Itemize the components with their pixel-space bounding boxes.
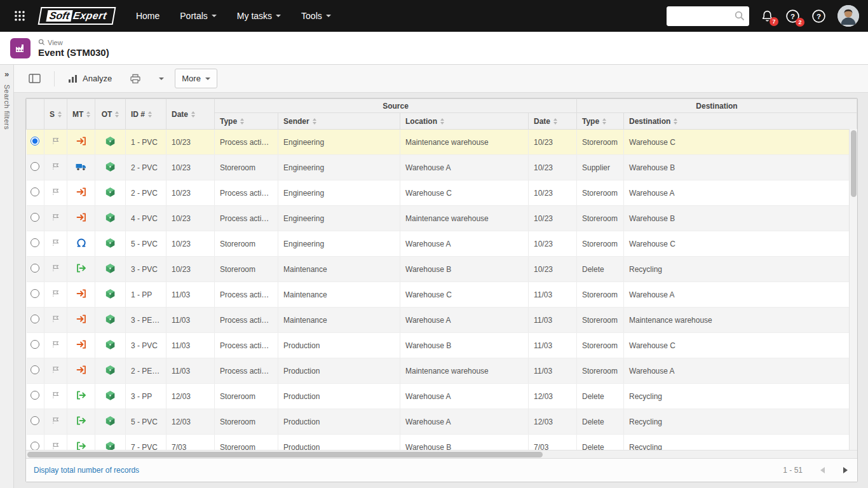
column-header-date[interactable]: Date [166,99,215,130]
destination-date-cell: 10/23 [529,130,577,155]
column-header-ot[interactable]: OT [95,99,126,130]
column-header-destination[interactable]: Destination [624,113,857,130]
radio-cell [27,155,44,180]
table-row[interactable]: 2 - PVC 10/23 Storeroom Engineering Ware… [27,155,857,180]
event-module-icon [10,38,31,58]
more-button[interactable]: More [175,69,217,88]
row-radio[interactable] [31,213,39,222]
material-cube-icon [95,358,126,384]
source-type-cell: Storeroom [215,155,278,180]
radio-column-header [27,99,44,130]
search-filters-panel-toggle[interactable]: » Search filters [0,65,14,488]
destination-date-cell: 11/03 [529,308,577,333]
prev-page-button[interactable] [814,462,831,478]
sender-cell: Production [278,358,400,384]
notifications-bell-icon[interactable]: 7 [761,10,774,23]
table-row[interactable]: 3 - PVC 10/23 Storeroom Maintenance Ware… [27,257,857,282]
location-cell: Warehouse A [400,155,529,180]
material-cube-icon [95,231,126,257]
table-row[interactable]: 2 - PVC 10/23 Process activity Engineeri… [27,180,857,206]
row-radio[interactable] [31,187,39,196]
horizontal-scrollbar[interactable] [26,450,857,458]
location-cell: Warehouse A [400,308,529,333]
table-row[interactable]: 3 - PP 12/03 Storeroom Production Wareho… [27,384,857,409]
next-page-button[interactable] [837,462,853,478]
table-row[interactable]: 5 - PVC 12/03 Storeroom Production Wareh… [27,409,857,435]
table-row[interactable]: 2 - PEAD 11/03 Process activity Producti… [27,358,857,384]
row-radio[interactable] [31,137,39,146]
sort-icon [674,118,677,125]
destination-cell: Warehouse A [624,180,857,206]
table-row[interactable]: 5 - PVC 10/23 Storeroom Engineering Ware… [27,231,857,257]
display-total-link[interactable]: Display total number of records [34,466,139,475]
row-radio[interactable] [31,340,39,349]
row-radio[interactable] [31,238,39,247]
support-icon[interactable]: ? 2 [785,9,800,24]
row-radio[interactable] [31,391,39,400]
source-type-cell: Storeroom [215,384,278,409]
table-row[interactable]: 1 - PVC 10/23 Process activity Engineeri… [27,130,857,155]
menu-home[interactable]: Home [127,6,168,26]
shipment-truck-icon [67,155,95,180]
destination-date-cell: 12/03 [529,409,577,435]
column-header-id[interactable]: ID # [126,99,166,130]
analyze-button[interactable]: Analyze [61,69,119,88]
chevron-down-icon [212,15,217,17]
table-row[interactable]: 1 - PP 11/03 Process activity Maintenanc… [27,282,857,308]
destination-type-cell: Storeroom [577,358,624,384]
column-header-src-date[interactable]: Date [529,113,577,130]
source-type-cell: Process activity [215,333,278,358]
results-card: S MT OT ID # Date Source Destination Typ… [25,98,858,482]
milestone-flag-icon [44,231,67,257]
print-dropdown-button[interactable] [152,72,171,85]
table-row[interactable]: 4 - PVC 10/23 Process activity Engineeri… [27,206,857,231]
menu-tools[interactable]: Tools [292,6,340,26]
radio-cell [27,180,44,206]
expand-chevrons-icon: » [4,70,9,78]
location-cell: Warehouse C [400,180,529,206]
column-header-mt[interactable]: MT [67,99,95,130]
sender-cell: Engineering [278,130,400,155]
column-header-sender[interactable]: Sender [278,113,400,130]
row-radio[interactable] [31,289,39,298]
apps-grid-icon[interactable] [9,5,31,27]
sort-icon [440,118,444,125]
column-header-s[interactable]: S [44,99,67,130]
row-radio[interactable] [31,315,39,323]
row-radio[interactable] [31,416,39,425]
side-panel-button[interactable] [22,69,48,88]
row-radio[interactable] [31,162,39,171]
table-row[interactable]: 3 - PVC 11/03 Process activity Productio… [27,333,857,358]
destination-cell: Warehouse C [624,231,857,257]
table-row[interactable]: 7 - PVC 7/03 Storeroom Production Wareho… [27,435,857,451]
horizontal-scrollbar-thumb[interactable] [27,452,543,458]
column-header-dst-type[interactable]: Type [577,113,624,130]
row-radio[interactable] [31,264,39,273]
row-radio[interactable] [31,442,39,450]
row-radio[interactable] [31,365,39,374]
menu-portals[interactable]: Portals [171,6,226,26]
vertical-scrollbar[interactable] [849,129,857,450]
help-icon[interactable]: ? [811,9,826,24]
column-header-location[interactable]: Location [400,113,529,130]
radio-cell [27,409,44,435]
column-header-src-type[interactable]: Type [215,113,278,130]
material-input-icon [67,308,95,333]
table-body: 1 - PVC 10/23 Process activity Engineeri… [27,130,857,451]
date-cell: 7/03 [166,435,215,451]
print-button[interactable] [123,69,148,89]
analyze-label: Analyze [83,74,112,83]
view-label: View [48,39,63,46]
vertical-scrollbar-thumb[interactable] [851,130,857,197]
destination-date-cell: 7/03 [529,435,577,451]
menu-my-tasks[interactable]: My tasks [228,6,290,26]
id-cell: 5 - PVC [126,231,166,257]
destination-cell: Recycling [624,257,857,282]
breadcrumb: View [38,39,109,46]
table-row[interactable]: 3 - PEAD 11/03 Process activity Maintena… [27,308,857,333]
id-cell: 7 - PVC [126,435,166,451]
destination-type-cell: Delete [577,257,624,282]
user-avatar[interactable] [837,5,859,27]
softexpert-logo[interactable]: Soft Expert [38,7,116,25]
material-input-icon [67,333,95,358]
